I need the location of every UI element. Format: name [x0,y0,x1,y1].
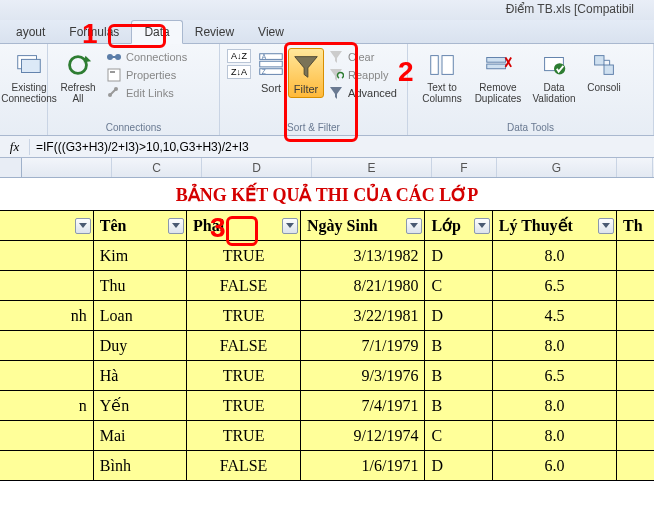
cell-lythuyet[interactable]: 8.0 [492,331,616,361]
cell-ten[interactable]: Yến [93,391,186,421]
connections-button[interactable]: Connections [102,48,191,66]
header-lythuyet[interactable]: Lý Thuyết [492,211,616,241]
col-header-f[interactable]: F [432,158,497,177]
cell-phai[interactable]: FALSE [187,331,301,361]
cell-b[interactable] [0,451,93,481]
cell-lythuyet[interactable]: 6.5 [492,271,616,301]
table-row[interactable]: ThuFALSE8/21/1980C6.5 [0,271,654,301]
reapply-button[interactable]: Reapply [324,66,401,84]
cell-ngaysinh[interactable]: 3/22/1981 [301,301,425,331]
cell-phai[interactable]: TRUE [187,301,301,331]
tab-data[interactable]: Data [131,20,182,44]
cell-phai[interactable]: TRUE [187,241,301,271]
filter-dropdown-ten[interactable] [168,218,184,234]
table-row[interactable]: KimTRUE3/13/1982D8.0 [0,241,654,271]
cell-phai[interactable]: TRUE [187,421,301,451]
table-row[interactable]: DuyFALSE7/1/1979B8.0 [0,331,654,361]
filter-dropdown-lop[interactable] [474,218,490,234]
cell-lop[interactable]: B [425,391,492,421]
cell-b[interactable] [0,361,93,391]
cell-th[interactable] [617,451,654,481]
cell-b[interactable] [0,331,93,361]
cell-th[interactable] [617,361,654,391]
filter-dropdown-ngaysinh[interactable] [406,218,422,234]
cell-phai[interactable]: FALSE [187,271,301,301]
cell-phai[interactable]: FALSE [187,451,301,481]
cell-lythuyet[interactable]: 6.0 [492,451,616,481]
cell-ten[interactable]: Bình [93,451,186,481]
cell-b[interactable] [0,271,93,301]
tab-view[interactable]: View [246,21,296,43]
cell-th[interactable] [617,391,654,421]
row-header-corner[interactable] [0,158,22,177]
table-row[interactable]: nYếnTRUE7/4/1971B8.0 [0,391,654,421]
header-lop[interactable]: Lớp [425,211,492,241]
header-phai[interactable]: Phái [187,211,301,241]
sort-za-icon[interactable]: Z↓A [227,65,251,79]
text-to-columns-button[interactable]: Text toColumns [414,48,470,106]
cell-ngaysinh[interactable]: 8/21/1980 [301,271,425,301]
sort-az-icon[interactable]: A↓Z [227,49,251,63]
cell-ngaysinh[interactable]: 7/4/1971 [301,391,425,421]
col-header-d[interactable]: D [202,158,312,177]
cell-lop[interactable]: C [425,271,492,301]
col-header-c[interactable]: C [112,158,202,177]
cell-th[interactable] [617,331,654,361]
cell-lythuyet[interactable]: 8.0 [492,241,616,271]
cell-lythuyet[interactable]: 4.5 [492,301,616,331]
cell-ngaysinh[interactable]: 1/6/1971 [301,451,425,481]
properties-button[interactable]: Properties [102,66,191,84]
sort-button[interactable]: AZ Sort [254,48,288,96]
cell-th[interactable] [617,241,654,271]
cell-b[interactable]: nh [0,301,93,331]
header-ten[interactable]: Tên [93,211,186,241]
refresh-all-button[interactable]: RefreshAll [54,48,102,106]
table-row[interactable]: nhLoanTRUE3/22/1981D4.5 [0,301,654,331]
cell-ten[interactable]: Mai [93,421,186,451]
clear-button[interactable]: Clear [324,48,401,66]
col-header-h[interactable] [617,158,653,177]
cell-ten[interactable]: Duy [93,331,186,361]
tab-layout[interactable]: ayout [4,21,57,43]
cell-ten[interactable]: Hà [93,361,186,391]
filter-button[interactable]: Filter [288,48,324,98]
cell-lythuyet[interactable]: 8.0 [492,391,616,421]
cell-phai[interactable]: TRUE [187,361,301,391]
filter-dropdown-b[interactable] [75,218,91,234]
cell-phai[interactable]: TRUE [187,391,301,421]
cell-b[interactable]: n [0,391,93,421]
advanced-button[interactable]: Advanced [324,84,401,102]
cell-th[interactable] [617,421,654,451]
cell-lythuyet[interactable]: 8.0 [492,421,616,451]
cell-lop[interactable]: B [425,331,492,361]
table-row[interactable]: MaiTRUE9/12/1974C8.0 [0,421,654,451]
cell-lop[interactable]: D [425,451,492,481]
cell-th[interactable] [617,301,654,331]
col-header-g[interactable]: G [497,158,617,177]
existing-connections-button[interactable]: ExistingConnections [6,48,52,106]
cell-ngaysinh[interactable]: 7/1/1979 [301,331,425,361]
header-col-b[interactable] [0,211,93,241]
cell-ten[interactable]: Kim [93,241,186,271]
col-header-b[interactable] [22,158,112,177]
cell-b[interactable] [0,241,93,271]
cell-ngaysinh[interactable]: 9/3/1976 [301,361,425,391]
cell-lop[interactable]: C [425,421,492,451]
cell-b[interactable] [0,421,93,451]
tab-formulas[interactable]: Formulas [57,21,131,43]
table-row[interactable]: BìnhFALSE1/6/1971D6.0 [0,451,654,481]
consolidate-button[interactable]: Consoli [582,48,626,95]
tab-review[interactable]: Review [183,21,246,43]
cell-lop[interactable]: B [425,361,492,391]
filter-dropdown-lythuyet[interactable] [598,218,614,234]
cell-lythuyet[interactable]: 6.5 [492,361,616,391]
cell-th[interactable] [617,271,654,301]
table-row[interactable]: HàTRUE9/3/1976B6.5 [0,361,654,391]
cell-ten[interactable]: Thu [93,271,186,301]
formula-input[interactable]: =IF(((G3+H3)/2+I3)>10,10,G3+H3)/2+I3 [30,140,654,154]
header-th[interactable]: Th [617,211,654,241]
edit-links-button[interactable]: Edit Links [102,84,191,102]
cell-lop[interactable]: D [425,241,492,271]
cell-ngaysinh[interactable]: 9/12/1974 [301,421,425,451]
remove-duplicates-button[interactable]: RemoveDuplicates [470,48,526,106]
